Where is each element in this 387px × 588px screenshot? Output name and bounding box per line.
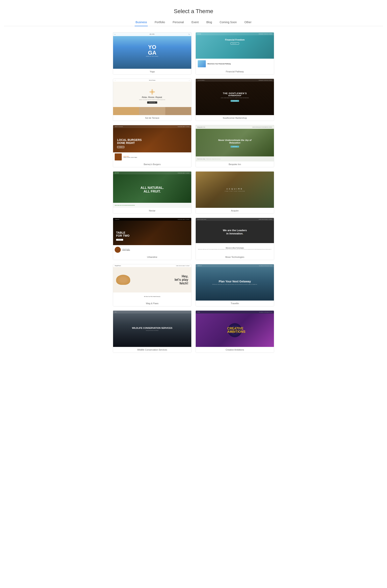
theme-preview-wildlife: WCS WILDLIFE CONSERVATION SERVICES Servi…: [113, 311, 191, 347]
theme-preview-barbershop: × SOUTHCORNER × HOME ABOUT SERVICES CONT…: [196, 79, 274, 115]
yoga-brand: पड़िव मंजिल: [149, 34, 154, 35]
theme-preview-burger: BARNEY'S BURGERS HOME MENU ABOUT CONTACT…: [113, 125, 191, 162]
acquire-label: Acquire: [196, 208, 274, 213]
financial-headline: Financial Freedom: [225, 39, 244, 41]
nectar-overlay: ALL NATURAL.ALL FRUIT.: [141, 186, 164, 193]
theme-preview-inn: Bespoke Inn HOME ROOMS GALLERY RESERVATI…: [196, 125, 274, 162]
wagpaws-bottom-text: We Take Your Pet's Health Seriously: [144, 296, 161, 297]
financial-header: PATHWAY HOME ABOUT SERVICES CONTACT: [196, 32, 274, 35]
barber-subheadline: BARBERSHOP: [221, 95, 249, 97]
acquire-sub: COME FIND YOUR FREEDOM: [225, 191, 245, 192]
inn-header: Bespoke Inn HOME ROOMS GALLERY RESERVATI…: [196, 125, 274, 129]
theme-preview-travellin: TRAVELLIN Home About Us Destinations Con…: [196, 264, 274, 301]
wagpaws-brand: Wag&Paws: [115, 265, 121, 266]
wildlife-sub: Serving in the Future of Our Planet: [132, 330, 172, 331]
theme-card-yoga[interactable]: ≡ पड़िव मंजिल 🔍 YO GA achieve. be. lotus…: [113, 32, 191, 75]
wildlife-overlay: WILDLIFE CONSERVATION SERVICES Serving i…: [132, 327, 172, 331]
theme-preview-muse: MUSE TECHNOLOGIES HOME SERVICES ABOUT CO…: [196, 218, 274, 254]
wagpaws-headline: Hey,let's playfetch!: [175, 274, 188, 285]
burger-header: BARNEY'S BURGERS HOME MENU ABOUT CONTACT: [113, 125, 191, 128]
nectar-headline: ALL NATURAL.ALL FRUIT.: [141, 186, 164, 193]
theme-card-muse[interactable]: MUSE TECHNOLOGIES HOME SERVICES ABOUT CO…: [196, 218, 274, 260]
theme-preview-yoga: ≡ पड़िव मंजिल 🔍 YO GA achieve. be. lotus…: [113, 32, 191, 69]
inn-bottom-text: Blissful views, vintage: [197, 158, 205, 159]
wagpaws-bottom: We Take Your Pet's Health Seriously: [113, 293, 191, 301]
spa-label: Sol de Terrace: [113, 115, 191, 121]
barber-overlay: THE GENTLEMEN'S BARBERSHOP GIVING GREAT …: [221, 92, 249, 102]
theme-card-financial[interactable]: PATHWAY HOME ABOUT SERVICES CONTACT Fina…: [196, 32, 274, 75]
theme-card-spa[interactable]: ← Sol de Terrace → Relax. Revive. Repeat…: [113, 79, 191, 121]
burger-food-label: GREAT TASTE, GOOD TIMES: [123, 157, 137, 158]
nectar-header: NECTAR HOME MENU ABOUT CONTACT: [113, 171, 191, 174]
yoga-label: Yoga: [113, 69, 191, 74]
burger-food: GREAT TASTE GREAT TASTE, GOOD TIMES: [113, 152, 191, 162]
page-title: Select a Theme: [4, 8, 383, 15]
travel-headline: Plan Your Next Getaway: [212, 280, 257, 283]
theme-preview-acquire: ACQUIRE COME FIND YOUR FREEDOM: [196, 171, 274, 208]
travel-brand: TRAVELLIN: [197, 265, 202, 266]
travellin-label: Travellin: [196, 301, 274, 306]
spa-header: ← Sol de Terrace →: [113, 79, 191, 82]
tab-personal[interactable]: Personal: [172, 19, 185, 26]
creative-hero: CREATIVEAMBITIONS: [196, 314, 274, 347]
theme-card-travellin[interactable]: TRAVELLIN Home About Us Destinations Con…: [196, 264, 274, 306]
tab-blog[interactable]: Blog: [205, 19, 213, 26]
inn-btn: BOOK NOW: [231, 146, 239, 147]
urbandine-btn: RESERVE: [116, 239, 123, 241]
muse-label: Muse Technologies: [196, 254, 274, 260]
barber-btn: BOOK NOW: [231, 100, 239, 102]
burger-btn: ORDER: [117, 146, 124, 148]
spa-flower-icon: [149, 89, 155, 95]
theme-card-nectar[interactable]: NECTAR HOME MENU ABOUT CONTACT ALL NATUR…: [113, 171, 191, 214]
financial-center: Financial Freedom Read more →: [225, 39, 244, 44]
creative-headline: CREATIVEAMBITIONS: [227, 327, 245, 334]
svg-point-4: [151, 91, 153, 93]
financial-thumb: [198, 60, 206, 67]
urbandine-avatar: [115, 247, 121, 253]
theme-card-inn[interactable]: Bespoke Inn HOME ROOMS GALLERY RESERVATI…: [196, 125, 274, 167]
tab-comingsoon[interactable]: Coming Soon: [219, 19, 238, 26]
theme-card-wagpaws[interactable]: Wag&Paws HOME SERVICES ABOUT CONTACT Hey…: [113, 264, 191, 306]
yoga-overlay: YO GA achieve. be. lotus to beauty.: [146, 44, 158, 57]
page-container: Select a Theme Business Portfolio Person…: [0, 0, 387, 359]
theme-preview-creative: BREAL Brand About Us Work Award Contact: [196, 311, 274, 347]
urbandine-headline: TABLEFOR TWO: [116, 231, 129, 237]
muse-sub-title: Welcome to Muse Technologies: [226, 247, 244, 249]
theme-preview-financial: PATHWAY HOME ABOUT SERVICES CONTACT Fina…: [196, 32, 274, 69]
nectar-bottom: SMOOTHIES LIKE YOU'VE NEVER TASTED BEFOR…: [113, 203, 191, 208]
spa-headline: Relax. Revive. Repeat.: [142, 96, 163, 98]
theme-preview-urbandine: URBANDINE HOME MENU ABOUT CONTACT TABLEF…: [113, 218, 191, 254]
theme-card-urbandine[interactable]: URBANDINE HOME MENU ABOUT CONTACT TABLEF…: [113, 218, 191, 260]
spa-btn: BOOKING NOW: [147, 101, 157, 104]
nectar-bottom-text: SMOOTHIES LIKE YOU'VE NEVER TASTED BEFOR…: [115, 205, 135, 206]
urbandine-label: Urbandine: [113, 254, 191, 260]
tab-business[interactable]: Business: [135, 19, 148, 26]
muse-headline: We are the Leadersin Innovation.: [223, 229, 247, 235]
tab-event[interactable]: Event: [191, 19, 200, 26]
urbandine-brand: URBANDINE: [115, 219, 120, 220]
theme-card-barbershop[interactable]: × SOUTHCORNER × HOME ABOUT SERVICES CONT…: [196, 79, 274, 121]
barber-header: × SOUTHCORNER × HOME ABOUT SERVICES CONT…: [196, 79, 274, 82]
inn-label: Bespoke Inn: [196, 162, 274, 167]
acquire-overlay: ACQUIRE COME FIND YOUR FREEDOM: [225, 188, 245, 192]
theme-card-wildlife[interactable]: WCS WILDLIFE CONSERVATION SERVICES Servi…: [113, 310, 191, 353]
urbandine-name: DONTE OWENS: [122, 250, 130, 251]
muse-hero: We are the Leadersin Innovation.: [196, 221, 274, 243]
muse-bottom: Welcome to Muse Technologies Edit this t…: [196, 243, 274, 254]
inn-bottom: Blissful views, vintage · Blissful views…: [196, 156, 274, 162]
theme-preview-spa: ← Sol de Terrace → Relax. Revive. Repeat…: [113, 79, 191, 115]
tab-bar: Business Portfolio Personal Event Blog C…: [4, 19, 383, 26]
theme-card-creative[interactable]: BREAL Brand About Us Work Award Contact: [196, 310, 274, 353]
wildlife-header: WCS: [113, 311, 191, 314]
urbandine-header: URBANDINE HOME MENU ABOUT CONTACT: [113, 218, 191, 221]
creative-label: Creative Ambitions: [196, 347, 274, 353]
tab-other[interactable]: Other: [244, 19, 252, 26]
theme-card-burger[interactable]: BARNEY'S BURGERS HOME MENU ABOUT CONTACT…: [113, 125, 191, 167]
nectar-label: Nectar: [113, 208, 191, 213]
urbandine-overlay: TABLEFOR TWO RESERVE: [116, 231, 129, 241]
spa-brand: Sol de Terrace: [149, 80, 155, 81]
tab-portfolio[interactable]: Portfolio: [154, 19, 166, 26]
wagpaws-hero: Hey,let's playfetch!: [113, 267, 191, 293]
theme-card-acquire[interactable]: ACQUIRE COME FIND YOUR FREEDOM Acquire: [196, 171, 274, 214]
inn-brand: Bespoke Inn: [197, 126, 205, 128]
